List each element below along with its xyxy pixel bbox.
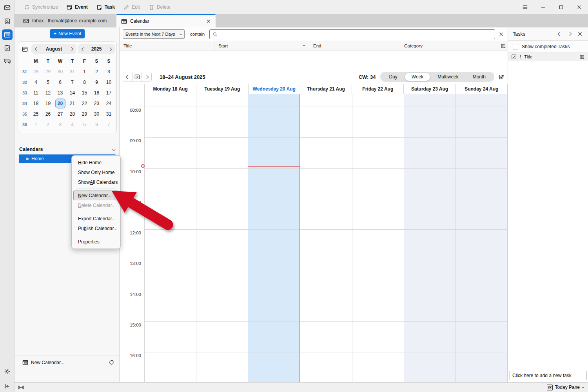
view-options-icon[interactable]: [494, 74, 508, 80]
minimonth-day[interactable]: 5: [42, 80, 54, 85]
menu-item-publish-calendar[interactable]: Publish Calendar...: [73, 223, 119, 233]
day-column-header[interactable]: Thursday 21 Aug: [300, 84, 352, 94]
sidebar-new-calendar-row[interactable]: New Calendar...: [15, 356, 119, 369]
minimonth-day[interactable]: 31: [66, 69, 78, 74]
today-pane-back-icon[interactable]: [554, 29, 564, 39]
minimonth-day[interactable]: 2: [42, 122, 54, 127]
new-task-toolbar-button[interactable]: Task: [96, 4, 115, 10]
minimonth-day[interactable]: 16: [91, 90, 103, 96]
tasks-column-picker-icon[interactable]: [580, 54, 585, 60]
column-picker-icon[interactable]: [499, 44, 508, 49]
minimonth-day[interactable]: 26: [42, 111, 54, 117]
menu-item-export-calendar[interactable]: Export Calendar...: [73, 214, 119, 223]
column-header-end[interactable]: End: [309, 41, 400, 51]
minimonth-day[interactable]: 8: [78, 80, 91, 85]
all-day-cell[interactable]: [404, 94, 456, 104]
day-column[interactable]: [144, 104, 196, 382]
minimonth-day[interactable]: 12: [42, 90, 54, 96]
minimonth-day[interactable]: 30: [91, 111, 103, 117]
menu-item-hide-home[interactable]: Hide Home: [73, 158, 119, 167]
minimonth-day[interactable]: 1: [30, 122, 42, 127]
tasks-icon[interactable]: [2, 43, 13, 53]
minimonth-day[interactable]: 1: [78, 69, 91, 74]
completed-column-icon[interactable]: [511, 54, 517, 60]
all-day-cell[interactable]: [456, 94, 508, 104]
today-pane-forward-icon[interactable]: [564, 29, 575, 39]
minimonth-day[interactable]: 22: [78, 101, 91, 106]
event-list-results[interactable]: [120, 51, 508, 70]
minimonth-day[interactable]: 14: [66, 90, 78, 96]
tasks-title-column[interactable]: Title: [524, 54, 577, 59]
minimonth-day[interactable]: 17: [103, 90, 115, 96]
view-tab-day[interactable]: Day: [382, 73, 404, 81]
minimonth-day[interactable]: 25: [30, 111, 42, 117]
day-column-header[interactable]: Saturday 23 Aug: [403, 84, 455, 94]
day-column-header[interactable]: Tuesday 19 Aug: [196, 84, 248, 94]
day-column-header[interactable]: Wednesday 20 Aug: [248, 84, 300, 94]
minimonth-day[interactable]: 5: [78, 122, 91, 127]
day-column-header[interactable]: Monday 18 Aug: [144, 84, 196, 94]
minimonth-day[interactable]: 9: [91, 80, 103, 85]
day-column[interactable]: [352, 104, 404, 382]
close-tab-icon[interactable]: [206, 19, 211, 24]
next-week-button[interactable]: [142, 72, 151, 82]
minimonth-day[interactable]: 31: [103, 111, 115, 117]
event-search-box[interactable]: [209, 29, 495, 39]
tab-inbox[interactable]: Inbox - thorvald@one-example.com: [18, 14, 112, 27]
view-tab-month[interactable]: Month: [466, 73, 493, 81]
all-day-cell[interactable]: [196, 94, 248, 104]
mail-icon[interactable]: [2, 2, 13, 13]
maximize-button[interactable]: [552, 0, 570, 14]
show-completed-checkbox[interactable]: [513, 44, 518, 49]
minimonth-day[interactable]: 28: [66, 111, 78, 117]
minimonth-day[interactable]: 7: [103, 122, 115, 127]
day-column[interactable]: [300, 104, 352, 382]
all-day-cell[interactable]: [352, 94, 404, 104]
minimonth-day[interactable]: 4: [30, 80, 42, 85]
minimonth-day[interactable]: 21: [66, 101, 78, 106]
settings-gear-icon[interactable]: [2, 366, 13, 377]
minimonth-day[interactable]: 19: [42, 101, 54, 106]
minimonth-day[interactable]: 10: [103, 80, 115, 85]
edit-button[interactable]: Edit: [123, 4, 140, 10]
event-filter-dropdown[interactable]: Events in the Next 7 Days: [123, 29, 185, 39]
app-menu-button[interactable]: [516, 0, 534, 14]
day-column[interactable]: [456, 104, 508, 382]
next-month-button[interactable]: [66, 48, 76, 51]
synchronize-calendars-icon[interactable]: [109, 359, 114, 365]
minimonth-day[interactable]: 15: [78, 90, 91, 96]
minimonth-day[interactable]: 29: [78, 111, 91, 117]
synchronize-button[interactable]: Synchronize: [24, 4, 58, 10]
menu-item-new-calendar[interactable]: New Calendar...: [73, 191, 119, 200]
minimonth-day[interactable]: 27: [54, 111, 66, 117]
go-to-today-button[interactable]: [132, 72, 142, 82]
prev-year-button[interactable]: [78, 48, 88, 51]
close-window-button[interactable]: [570, 0, 588, 14]
all-day-cell[interactable]: [300, 94, 352, 104]
minimonth-day[interactable]: 2: [91, 69, 103, 74]
all-day-cell[interactable]: [248, 94, 300, 104]
today-pane-toggle[interactable]: 20 Today Pane: [547, 385, 584, 390]
menu-item-show-all-calendars[interactable]: Show All Calendars: [73, 177, 119, 187]
day-column[interactable]: [404, 104, 456, 382]
day-column-header[interactable]: Friday 22 Aug: [352, 84, 403, 94]
column-header-start[interactable]: Start: [214, 41, 309, 51]
minimonth-day[interactable]: 23: [91, 101, 103, 106]
minimonth-day[interactable]: 7: [66, 80, 78, 85]
minimonth-day[interactable]: 3: [103, 69, 115, 74]
minimonth-day[interactable]: 3: [54, 122, 66, 127]
all-day-cell[interactable]: [144, 94, 196, 104]
minimonth-day[interactable]: 13: [54, 90, 66, 96]
calendars-section-header[interactable]: Calendars: [19, 145, 115, 154]
column-header-category[interactable]: Category: [400, 41, 499, 51]
minimonth-day[interactable]: 28: [30, 69, 42, 74]
chat-icon[interactable]: [2, 56, 13, 66]
minimonth-day[interactable]: 6: [91, 122, 103, 127]
minimonth-day[interactable]: 30: [54, 69, 66, 74]
day-column[interactable]: [196, 104, 248, 382]
minimonth-day[interactable]: 29: [42, 69, 54, 74]
new-event-button[interactable]: + New Event: [50, 29, 85, 38]
day-column[interactable]: [248, 104, 300, 382]
priority-column-icon[interactable]: !: [520, 54, 521, 59]
new-event-toolbar-button[interactable]: Event: [67, 4, 88, 10]
